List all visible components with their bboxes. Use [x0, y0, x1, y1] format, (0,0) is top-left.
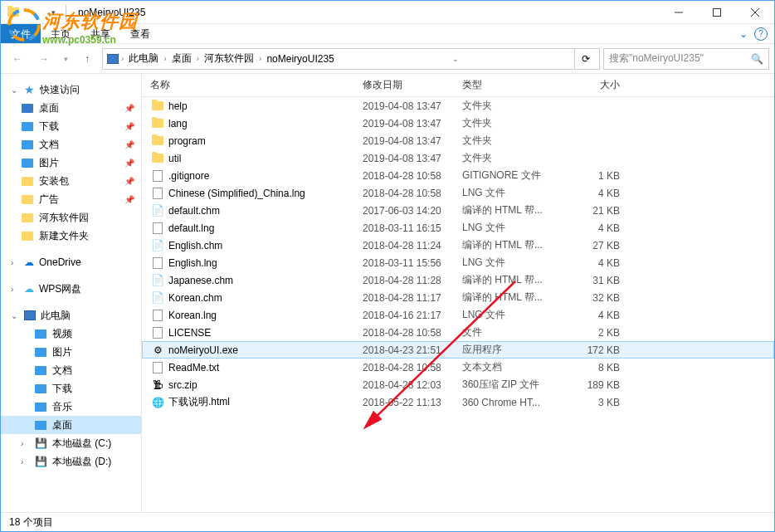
nav-onedrive[interactable]: › ☁ OneDrive	[1, 253, 141, 271]
pc-icon	[24, 310, 36, 320]
search-input[interactable]: 搜索"noMeiryoUI235" 🔍	[603, 48, 769, 70]
sidebar-item[interactable]: ›💾本地磁盘 (C:)	[1, 434, 141, 452]
folder-icon	[4, 3, 22, 22]
sidebar-item[interactable]: 新建文件夹	[1, 227, 141, 245]
sidebar-item[interactable]: 文档📌	[1, 135, 141, 154]
breadcrumb-dropdown-button[interactable]: ⌄	[445, 48, 466, 70]
sidebar-item[interactable]: 图片📌	[1, 154, 141, 172]
chevron-right-icon[interactable]: ›	[257, 54, 263, 63]
chevron-right-icon[interactable]: ›	[195, 54, 201, 63]
file-row[interactable]: LICENSE2018-04-28 10:58文件2 KB	[142, 324, 774, 341]
ribbon-tab-share[interactable]: 共享	[80, 24, 120, 43]
file-size: 4 KB	[562, 310, 620, 321]
file-row[interactable]: 🗜src.zip2018-04-28 12:03360压缩 ZIP 文件189 …	[142, 376, 774, 393]
file-size: 189 KB	[562, 379, 620, 391]
sidebar-item[interactable]: ›💾本地磁盘 (D:)	[1, 452, 141, 471]
maximize-button[interactable]	[698, 1, 736, 24]
file-type: 应用程序	[462, 343, 562, 357]
sidebar-item[interactable]: 下载📌	[1, 117, 141, 135]
chevron-down-icon[interactable]: ⌄	[11, 85, 19, 95]
sidebar-item[interactable]: 图片	[1, 343, 141, 361]
ribbon-tab-home[interactable]: 主页	[41, 24, 80, 43]
file-type: 文本文档	[462, 360, 562, 374]
file-row[interactable]: Korean.lng2018-04-16 21:17LNG 文件4 KB	[142, 306, 774, 324]
file-size: 1 KB	[562, 170, 620, 182]
file-row[interactable]: default.lng2018-03-11 16:15LNG 文件4 KB	[142, 219, 774, 237]
column-type[interactable]: 类型	[462, 78, 562, 92]
qat-properties-icon[interactable]: ▫	[24, 3, 42, 22]
chevron-right-icon[interactable]: ›	[11, 285, 19, 294]
chevron-down-icon[interactable]: ⌄	[11, 311, 19, 320]
file-row[interactable]: Chinese (Simplified)_China.lng2018-04-28…	[142, 184, 774, 202]
breadcrumb[interactable]: › 此电脑 › 桌面 › 河东软件园 › noMeiryoUI235 ⌄ ⟳	[102, 48, 600, 70]
column-date[interactable]: 修改日期	[363, 78, 462, 92]
file-row[interactable]: 📄Japanese.chm2018-04-28 11:28编译的 HTML 帮.…	[142, 271, 774, 289]
column-name[interactable]: 名称	[150, 78, 363, 92]
breadcrumb-seg[interactable]: noMeiryoUI235	[263, 53, 337, 65]
file-type: 编译的 HTML 帮...	[462, 203, 562, 217]
file-row[interactable]: .gitignore2018-04-28 10:58GITIGNORE 文件1 …	[142, 167, 774, 184]
breadcrumb-seg[interactable]: 此电脑	[125, 51, 162, 66]
file-size: 8 KB	[562, 362, 620, 373]
sidebar-item[interactable]: 河东软件园	[1, 208, 141, 227]
file-name: Chinese (Simplified)_China.lng	[168, 188, 363, 199]
file-row[interactable]: lang2019-04-08 13:47文件夹	[142, 115, 774, 132]
folder-icon	[21, 101, 34, 115]
help-icon[interactable]: ?	[754, 27, 768, 41]
nav-back-button[interactable]: ←	[6, 47, 29, 71]
nav-wps[interactable]: › ☁ WPS网盘	[1, 280, 141, 298]
chevron-right-icon[interactable]: ›	[162, 54, 168, 63]
file-date: 2018-04-28 10:58	[363, 362, 462, 373]
file-row[interactable]: 📄Korean.chm2018-04-28 11:17编译的 HTML 帮...…	[142, 289, 774, 306]
breadcrumb-seg[interactable]: 河东软件园	[201, 51, 257, 66]
file-size: 172 KB	[562, 344, 620, 356]
file-row[interactable]: 📄English.chm2018-04-28 11:24编译的 HTML 帮..…	[142, 237, 774, 254]
disk-icon: 💾	[34, 437, 47, 450]
column-size[interactable]: 大小	[562, 78, 620, 92]
file-row[interactable]: ReadMe.txt2018-04-28 10:58文本文档8 KB	[142, 359, 774, 376]
sidebar-item[interactable]: 广告📌	[1, 190, 141, 208]
file-row[interactable]: ⚙noMeiryoUI.exe2018-04-23 21:51应用程序172 K…	[142, 341, 774, 359]
ribbon-tab-file[interactable]: 文件	[1, 24, 41, 43]
breadcrumb-seg[interactable]: 桌面	[168, 51, 195, 66]
file-row[interactable]: 📄default.chm2017-06-03 14:20编译的 HTML 帮..…	[142, 202, 774, 219]
file-type: 360 Chrome HT...	[462, 397, 562, 408]
nav-recent-button[interactable]: ▾	[59, 47, 72, 71]
navigation-pane: ⌄ ★ 快速访问 桌面📌下载📌文档📌图片📌安装包📌广告📌河东软件园新建文件夹 ›…	[1, 74, 142, 512]
file-date: 2019-04-08 13:47	[363, 153, 462, 164]
sidebar-item[interactable]: 桌面	[1, 416, 141, 434]
file-row[interactable]: util2019-04-08 13:47文件夹	[142, 149, 774, 167]
ribbon-expand-icon[interactable]: ⌄	[739, 28, 748, 40]
cloud-icon: ☁	[24, 256, 34, 268]
file-row[interactable]: program2019-04-08 13:47文件夹	[142, 132, 774, 149]
chevron-right-icon[interactable]: ›	[11, 258, 19, 267]
close-button[interactable]	[736, 1, 774, 24]
sidebar-item[interactable]: 桌面📌	[1, 99, 141, 117]
file-row[interactable]: English.lng2018-03-11 15:56LNG 文件4 KB	[142, 254, 774, 271]
pin-icon: 📌	[124, 177, 134, 186]
qat-dropdown-icon[interactable]: ▾	[44, 3, 62, 22]
chevron-right-icon[interactable]: ›	[21, 439, 29, 448]
chevron-right-icon[interactable]: ›	[21, 457, 29, 466]
sidebar-item[interactable]: 文档	[1, 361, 141, 379]
ribbon-tab-view[interactable]: 查看	[120, 24, 160, 43]
file-type: 文件夹	[462, 134, 562, 148]
minimize-button[interactable]	[660, 1, 698, 24]
sidebar-item[interactable]: 下载	[1, 379, 141, 398]
nav-this-pc[interactable]: ⌄ 此电脑	[1, 306, 141, 325]
file-type: 文件夹	[462, 151, 562, 165]
nav-quick-access[interactable]: ⌄ ★ 快速访问	[1, 81, 141, 99]
file-row[interactable]: 🌐下载说明.html2018-05-22 11:13360 Chrome HT.…	[142, 393, 774, 411]
nav-up-button[interactable]: ↑	[76, 47, 99, 71]
sidebar-item[interactable]: 音乐	[1, 398, 141, 416]
file-size: 2 KB	[562, 327, 620, 339]
nav-forward-button[interactable]: →	[32, 47, 56, 71]
sidebar-item[interactable]: 视频	[1, 325, 141, 343]
column-headers: 名称 修改日期 类型 大小	[142, 74, 774, 97]
chevron-right-icon[interactable]: ›	[119, 54, 125, 63]
folder-icon	[34, 364, 47, 377]
file-row[interactable]: help2019-04-08 13:47文件夹	[142, 97, 774, 115]
file-name: Korean.lng	[168, 310, 363, 321]
refresh-button[interactable]: ⟳	[574, 48, 596, 70]
sidebar-item[interactable]: 安装包📌	[1, 172, 141, 190]
